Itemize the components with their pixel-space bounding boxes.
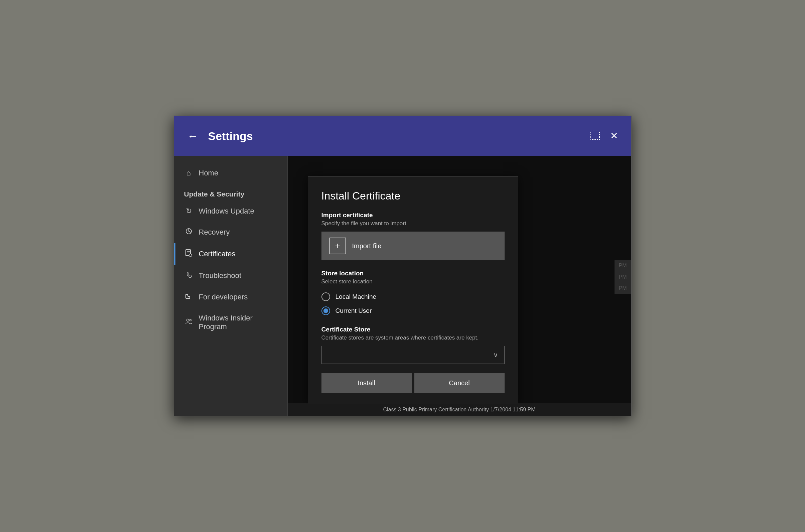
- svg-point-4: [189, 275, 191, 278]
- titlebar-title: Settings: [208, 130, 590, 143]
- sidebar: ⌂ Home Update & Security ↻ Windows Updat…: [174, 156, 288, 416]
- cert-store-label: Certificate Store: [322, 326, 504, 333]
- cert-store-dropdown[interactable]: ∨: [322, 346, 504, 364]
- dropdown-arrow-icon: ∨: [493, 351, 498, 359]
- radio-current-user-label: Current User: [336, 307, 372, 315]
- status-bar: Class 3 Public Primary Certification Aut…: [288, 403, 631, 416]
- svg-rect-0: [591, 131, 599, 140]
- radio-local-machine[interactable]: Local Machine: [322, 290, 504, 304]
- titlebar: ← Settings ✕: [174, 116, 631, 156]
- cert-store-desc: Certificate stores are system areas wher…: [322, 335, 504, 341]
- dialog-overlay: Install Certificate Import certificate S…: [288, 156, 631, 416]
- sidebar-item-windows-insider[interactable]: Windows Insider Program: [174, 308, 287, 337]
- install-button[interactable]: Install: [322, 373, 412, 393]
- main-content: PM PM PM Install Certificate Import cert…: [288, 156, 631, 416]
- sidebar-home-label: Home: [199, 169, 218, 177]
- sidebar-label-for-developers: For developers: [199, 293, 248, 301]
- sidebar-item-windows-update[interactable]: ↻ Windows Update: [174, 201, 287, 222]
- dialog-title: Install Certificate: [322, 190, 504, 202]
- windows-update-icon: ↻: [184, 207, 193, 215]
- sidebar-item-recovery[interactable]: Recovery: [174, 222, 287, 243]
- radio-current-user[interactable]: Current User: [322, 304, 504, 318]
- radio-local-machine-label: Local Machine: [336, 293, 377, 300]
- titlebar-controls: ✕: [590, 130, 618, 142]
- close-button[interactable]: ✕: [610, 131, 618, 141]
- troubleshoot-icon: [184, 271, 193, 280]
- developers-icon: [184, 292, 193, 302]
- content-area: ⌂ Home Update & Security ↻ Windows Updat…: [174, 156, 631, 416]
- settings-window: ← Settings ✕ ⌂ Home Update & Security ↻ …: [174, 116, 632, 416]
- sidebar-label-windows-update: Windows Update: [199, 207, 254, 215]
- sidebar-label-windows-insider: Windows Insider Program: [199, 314, 253, 331]
- miniaturize-button[interactable]: [590, 130, 600, 142]
- sidebar-item-certificates[interactable]: Certificates: [174, 243, 287, 265]
- sidebar-section-title: Update & Security: [174, 184, 287, 201]
- svg-point-11: [187, 319, 189, 321]
- radio-local-machine-circle: [322, 292, 330, 301]
- install-certificate-dialog: Install Certificate Import certificate S…: [308, 176, 518, 403]
- svg-point-3: [189, 254, 192, 256]
- sidebar-label-recovery: Recovery: [199, 228, 230, 236]
- cert-store-section: Certificate Store Certificate stores are…: [322, 326, 504, 364]
- home-icon: ⌂: [184, 169, 193, 177]
- insider-icon: [184, 318, 193, 327]
- cancel-button[interactable]: Cancel: [414, 373, 504, 393]
- import-section-desc: Specify the file you want to import.: [322, 220, 504, 227]
- sidebar-label-certificates: Certificates: [199, 250, 235, 258]
- svg-point-12: [190, 320, 191, 321]
- dialog-buttons: Install Cancel: [322, 373, 504, 393]
- radio-current-user-circle: [322, 306, 330, 315]
- status-text: Class 3 Public Primary Certification Aut…: [383, 407, 535, 413]
- store-location-section: Store location Select store location Loc…: [322, 270, 504, 318]
- store-location-desc: Select store location: [322, 278, 504, 285]
- back-button[interactable]: ←: [188, 131, 198, 141]
- import-btn-label: Import file: [352, 242, 382, 250]
- import-file-button[interactable]: + Import file: [322, 232, 504, 260]
- sidebar-label-troubleshoot: Troubleshoot: [199, 271, 242, 280]
- sidebar-item-for-developers[interactable]: For developers: [174, 286, 287, 308]
- sidebar-item-troubleshoot[interactable]: Troubleshoot: [174, 265, 287, 286]
- recovery-icon: [184, 228, 193, 237]
- store-location-label: Store location: [322, 270, 504, 277]
- sidebar-item-home[interactable]: ⌂ Home: [174, 163, 287, 184]
- certificates-icon: [184, 249, 193, 259]
- import-section-label: Import certificate: [322, 211, 504, 219]
- import-plus-icon: +: [329, 238, 346, 254]
